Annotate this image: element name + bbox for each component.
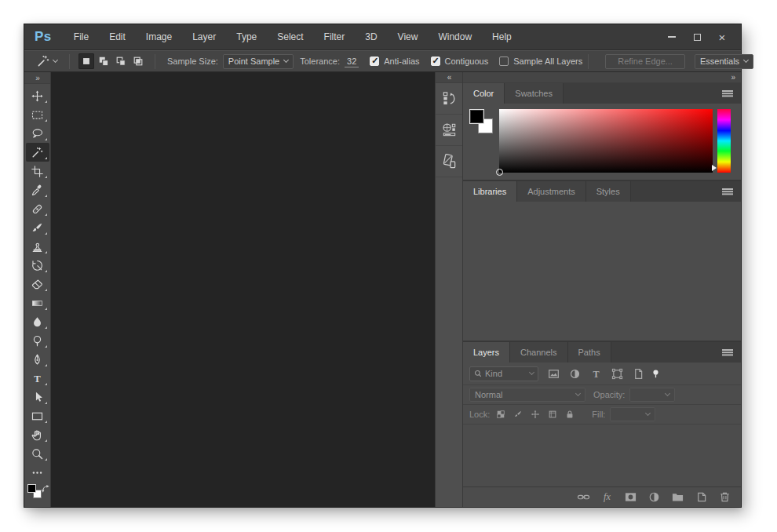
add-layer-mask-button[interactable] <box>624 491 637 503</box>
clone-stamp-tool[interactable] <box>26 237 49 256</box>
tab-layers[interactable]: Layers <box>463 342 510 363</box>
rectangular-marquee-tool[interactable] <box>26 105 49 124</box>
spot-healing-brush-tool[interactable] <box>26 199 49 218</box>
menu-view[interactable]: View <box>388 24 429 49</box>
minimize-button[interactable] <box>659 28 684 46</box>
layer-filter-kind-dropdown[interactable]: Kind <box>469 366 538 381</box>
tab-styles[interactable]: Styles <box>586 181 631 202</box>
foreground-color-swatch[interactable] <box>469 109 484 124</box>
export-panel-button[interactable] <box>436 115 462 146</box>
adjustment-layer-button[interactable] <box>648 491 661 503</box>
contiguous-checkbox[interactable]: Contiguous <box>431 56 489 66</box>
gradient-tool[interactable] <box>26 293 49 312</box>
anti-alias-checkbox[interactable]: Anti-alias <box>370 56 419 66</box>
intersect-selection-button[interactable] <box>130 53 146 69</box>
workspace-dropdown[interactable]: Essentials <box>695 54 753 69</box>
foreground-color-swatch[interactable] <box>27 484 36 493</box>
filter-toggle-pin[interactable] <box>651 369 661 379</box>
eyedropper-tool[interactable] <box>26 180 49 199</box>
dodge-tool[interactable] <box>26 331 49 350</box>
rectangle-tool[interactable] <box>26 406 49 425</box>
link-layers-button[interactable] <box>577 491 590 503</box>
menu-layer[interactable]: Layer <box>182 24 226 49</box>
menu-3d[interactable]: 3D <box>355 24 387 49</box>
type-tool[interactable]: T <box>26 369 49 388</box>
history-brush-tool[interactable] <box>26 256 49 275</box>
menu-edit[interactable]: Edit <box>99 24 136 49</box>
filter-pixel-layers-button[interactable] <box>548 368 560 380</box>
lock-position-button[interactable] <box>531 410 540 419</box>
lock-artboard-button[interactable] <box>548 410 557 419</box>
menu-help[interactable]: Help <box>482 24 522 49</box>
menu-type[interactable]: Type <box>226 24 267 49</box>
dock-collapse-button[interactable]: » <box>463 72 741 83</box>
menu-image[interactable]: Image <box>136 24 182 49</box>
tab-channels[interactable]: Channels <box>510 342 567 363</box>
device-preview-panel-button[interactable] <box>436 146 462 177</box>
filter-adjustment-layers-button[interactable] <box>569 368 581 380</box>
new-selection-button[interactable] <box>78 53 94 69</box>
panel-menu-icon[interactable] <box>722 188 733 190</box>
sample-size-dropdown[interactable]: Point Sample <box>223 54 294 69</box>
panel-menu-icon[interactable] <box>722 349 733 351</box>
tolerance-input[interactable]: 32 <box>345 56 359 67</box>
maximize-button[interactable] <box>684 28 710 46</box>
move-tool[interactable] <box>26 86 49 105</box>
toolbar-collapse-button[interactable]: » <box>24 72 50 84</box>
document-canvas[interactable] <box>51 72 435 507</box>
path-selection-tool[interactable] <box>26 388 49 406</box>
chevron-down-icon <box>529 370 534 375</box>
edit-toolbar-button[interactable] <box>26 463 49 482</box>
swap-colors-icon[interactable] <box>41 484 49 493</box>
menu-filter[interactable]: Filter <box>314 24 356 49</box>
magic-wand-tool[interactable] <box>26 143 49 162</box>
menu-bar: FileEditImageLayerTypeSelectFilter3DView… <box>64 24 522 49</box>
sample-all-layers-checkbox[interactable]: Sample All Layers <box>499 56 582 66</box>
zoom-tool[interactable] <box>26 444 49 463</box>
lasso-tool[interactable] <box>26 124 49 143</box>
history-panel-button[interactable] <box>436 83 462 115</box>
refine-edge-button[interactable]: Refine Edge... <box>605 54 685 69</box>
blend-mode-dropdown[interactable]: Normal <box>469 388 585 402</box>
tab-color[interactable]: Color <box>463 83 505 104</box>
close-button[interactable]: × <box>710 28 735 46</box>
tab-libraries[interactable]: Libraries <box>463 181 517 202</box>
tab-adjustments[interactable]: Adjustments <box>517 181 586 202</box>
filter-smart-objects-button[interactable] <box>633 368 644 380</box>
saturation-brightness-field[interactable] <box>499 109 713 173</box>
tool-preset-picker[interactable] <box>33 54 64 68</box>
new-group-button[interactable] <box>671 491 684 503</box>
menu-window[interactable]: Window <box>428 24 482 49</box>
color-picker-circle[interactable] <box>496 169 503 176</box>
add-to-selection-button[interactable] <box>96 53 111 69</box>
tab-swatches[interactable]: Swatches <box>505 83 564 104</box>
blur-tool[interactable] <box>26 312 49 331</box>
lock-pixels-button[interactable] <box>513 410 523 419</box>
crop-tool[interactable] <box>26 162 49 180</box>
dock-expand-button[interactable]: « <box>436 72 462 83</box>
filter-type-layers-button[interactable]: T <box>590 368 602 380</box>
color-swatches-widget <box>24 483 50 503</box>
hue-slider[interactable] <box>717 109 731 173</box>
subtract-from-selection-button[interactable] <box>113 53 129 69</box>
layers-footer: fx <box>463 486 741 507</box>
eraser-tool[interactable] <box>26 275 49 293</box>
tab-paths[interactable]: Paths <box>568 342 611 363</box>
delete-layer-button[interactable] <box>718 491 731 503</box>
filter-shape-layers-button[interactable] <box>611 368 623 380</box>
pen-tool[interactable] <box>26 350 49 369</box>
brush-tool[interactable] <box>26 218 49 237</box>
hue-slider-pointer[interactable] <box>712 165 717 171</box>
panel-menu-icon[interactable] <box>722 90 733 92</box>
lock-transparency-button[interactable] <box>496 410 505 419</box>
lock-all-button[interactable] <box>565 410 575 419</box>
menu-select[interactable]: Select <box>267 24 313 49</box>
hand-tool[interactable] <box>26 425 49 444</box>
new-layer-button[interactable] <box>695 491 708 503</box>
selection-mode-icon <box>98 56 109 67</box>
opacity-field[interactable] <box>629 388 675 402</box>
layer-style-button[interactable]: fx <box>600 491 614 503</box>
fill-field[interactable] <box>610 407 655 421</box>
menu-file[interactable]: File <box>64 24 99 49</box>
kind-label: Kind <box>485 369 502 378</box>
